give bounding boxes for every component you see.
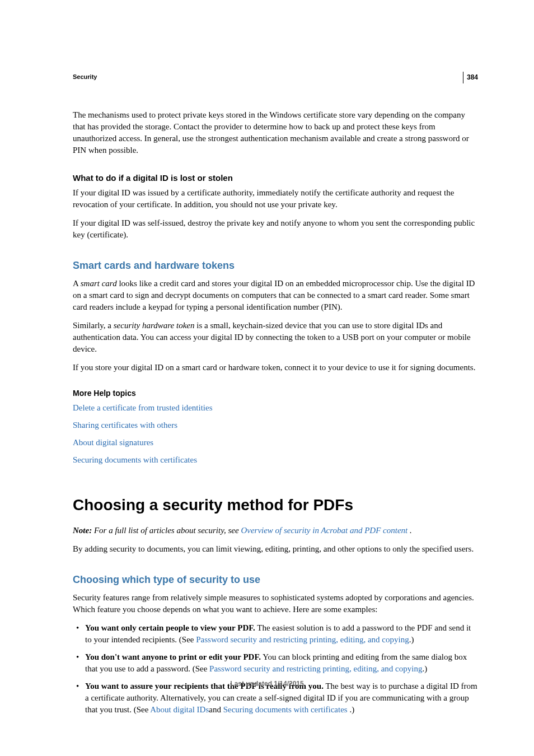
text: .	[407, 526, 412, 535]
list-item-title: You don't want anyone to print or edit y…	[85, 652, 261, 661]
link-about-digital-signatures[interactable]: About digital signatures	[73, 438, 153, 447]
list-item: You don't want anyone to print or edit y…	[73, 651, 478, 675]
link-about-digital-ids[interactable]: About digital IDs	[150, 705, 209, 714]
heading-choosing-security-method: Choosing a security method for PDFs	[73, 494, 478, 516]
note-paragraph: Note: For a full list of articles about …	[73, 525, 478, 536]
body-paragraph: If your digital ID was issued by a certi…	[73, 187, 478, 211]
subheading-more-help: More Help topics	[73, 388, 478, 399]
text: .)	[409, 635, 414, 644]
body-paragraph: Similarly, a security hardware token is …	[73, 320, 478, 355]
text: For a full list of articles about securi…	[92, 526, 241, 535]
emphasis: security hardware token	[114, 321, 195, 330]
body-paragraph: A smart card looks like a credit card an…	[73, 278, 478, 313]
text: and	[209, 705, 223, 714]
link-password-security[interactable]: Password security and restricting printi…	[196, 635, 409, 644]
note-label: Note:	[73, 526, 92, 535]
link-securing-documents[interactable]: Securing documents with certificates	[223, 705, 348, 714]
text: .)	[422, 664, 427, 673]
link-sharing-certificates[interactable]: Sharing certificates with others	[73, 421, 177, 430]
link-securing-documents[interactable]: Securing documents with certificates	[73, 455, 197, 464]
examples-list: You want only certain people to view you…	[73, 622, 478, 716]
text: Similarly, a	[73, 321, 114, 330]
link-security-overview[interactable]: Overview of security in Acrobat and PDF …	[241, 526, 407, 535]
link-delete-certificate[interactable]: Delete a certificate from trusted identi…	[73, 403, 212, 412]
text: .)	[348, 705, 355, 714]
text: A	[73, 279, 81, 288]
text: looks like a credit card and stores your…	[73, 279, 475, 311]
body-paragraph: By adding security to documents, you can…	[73, 543, 478, 555]
page-number: 384	[463, 72, 478, 83]
list-item: You want only certain people to view you…	[73, 622, 478, 646]
heading-smart-cards: Smart cards and hardware tokens	[73, 259, 478, 273]
emphasis: smart card	[81, 279, 117, 288]
list-item-title: You want only certain people to view you…	[85, 623, 255, 632]
body-paragraph: Security features range from relatively …	[73, 592, 478, 615]
body-paragraph: If your digital ID was self-issued, dest…	[73, 217, 478, 241]
link-password-security[interactable]: Password security and restricting printi…	[209, 664, 422, 673]
subheading-lost-stolen: What to do if a digital ID is lost or st…	[73, 172, 478, 184]
heading-which-security-type: Choosing which type of security to use	[73, 573, 478, 587]
document-page: 384 Security The mechanisms used to prot…	[0, 0, 534, 756]
breadcrumb: Security	[73, 73, 478, 81]
body-paragraph: If you store your digital ID on a smart …	[73, 362, 478, 374]
body-paragraph: The mechanisms used to protect private k…	[73, 109, 478, 156]
footer-last-updated: Last updated 1/14/2015	[0, 679, 534, 689]
help-links: Delete a certificate from trusted identi…	[73, 402, 478, 466]
